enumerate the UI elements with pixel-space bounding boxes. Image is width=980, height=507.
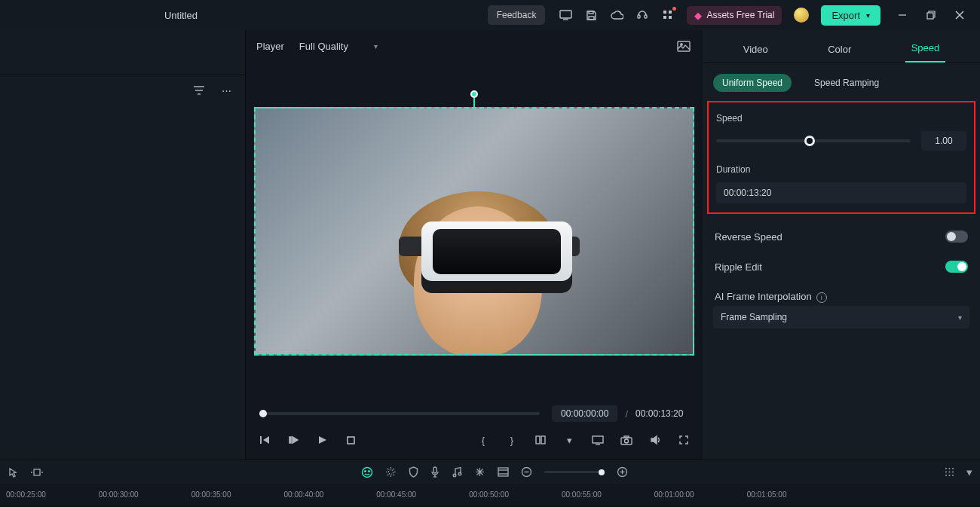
timeline-ruler[interactable]: 00:00:25:00 00:00:30:00 00:00:35:00 00:0…: [0, 484, 980, 505]
quality-value: Full Quality: [299, 41, 348, 52]
speed-slider-knob[interactable]: [804, 136, 815, 146]
svg-rect-17: [289, 437, 291, 443]
highlighted-speed-section: Speed 1.00 Duration 00:00:13:20: [707, 101, 975, 214]
tick-label: 00:00:45:00: [376, 490, 416, 499]
reverse-speed-toggle[interactable]: [945, 231, 968, 243]
player-panel: Player Full Quality ▾: [246, 30, 703, 460]
frame-tool-icon[interactable]: [498, 467, 509, 477]
highlight-tool-icon[interactable]: [474, 466, 485, 478]
speed-slider[interactable]: [716, 139, 911, 142]
zoom-in-button[interactable]: [617, 466, 628, 478]
speed-ramping-tab[interactable]: Speed Ramping: [805, 74, 888, 92]
screen-icon[interactable]: [590, 432, 606, 448]
timeline-right-tools: ▾: [945, 466, 972, 479]
apps-icon[interactable]: [658, 5, 678, 25]
zoom-slider[interactable]: [544, 471, 605, 473]
filter-icon[interactable]: [191, 82, 207, 99]
step-back-button[interactable]: [285, 432, 302, 448]
snapshot-icon[interactable]: [675, 38, 692, 54]
assets-trial-button[interactable]: ◆ Assets Free Trial: [687, 6, 782, 25]
scrub-track[interactable]: [261, 412, 540, 415]
crop-icon[interactable]: [532, 432, 549, 448]
media-toolrow: ⋯: [0, 75, 245, 105]
volume-icon[interactable]: [647, 432, 663, 448]
export-button[interactable]: Export ▾: [821, 5, 880, 26]
window-minimize-button[interactable]: [890, 4, 915, 26]
svg-rect-26: [34, 469, 40, 475]
expand-tool-icon[interactable]: [30, 468, 44, 477]
chevron-down-icon[interactable]: ▾: [966, 466, 972, 479]
gem-icon: ◆: [694, 10, 702, 21]
svg-point-49: [949, 475, 951, 476]
svg-rect-9: [669, 16, 672, 19]
svg-point-30: [388, 470, 393, 475]
window-close-button[interactable]: [947, 4, 972, 26]
pointer-tool-icon[interactable]: [8, 467, 18, 478]
chevron-down-icon[interactable]: ▾: [561, 432, 577, 448]
play-button[interactable]: [314, 432, 330, 448]
feedback-button[interactable]: Feedback: [488, 5, 546, 25]
svg-rect-8: [663, 16, 666, 19]
info-icon[interactable]: i: [816, 292, 827, 303]
time-separator: /: [625, 408, 628, 420]
transport-bar: 00:00:00:00 / 00:00:13:20: [246, 401, 703, 426]
quality-select[interactable]: Full Quality ▾: [295, 38, 382, 55]
tab-video[interactable]: Video: [737, 36, 774, 63]
speed-slider-row: 1.00: [716, 131, 966, 151]
ai-interpolation-select[interactable]: Frame Sampling ▾: [713, 306, 969, 328]
camera-icon[interactable]: [618, 432, 635, 448]
svg-rect-34: [498, 468, 508, 476]
uniform-speed-tab[interactable]: Uniform Speed: [713, 74, 792, 92]
sparkle-tool-icon[interactable]: [385, 466, 397, 478]
zoom-knob[interactable]: [599, 469, 605, 475]
preview-content: [256, 108, 693, 354]
svg-point-33: [458, 472, 461, 475]
main-area: ⋯ Player Full Quality ▾: [0, 30, 980, 460]
export-label: Export: [831, 10, 860, 21]
video-preview[interactable]: [254, 107, 694, 356]
support-icon[interactable]: [632, 5, 652, 25]
tab-color[interactable]: Color: [822, 36, 857, 63]
shield-tool-icon[interactable]: [409, 466, 418, 478]
anchor-handle-icon[interactable]: [470, 90, 478, 98]
svg-point-42: [945, 468, 947, 469]
mark-in-button[interactable]: {: [475, 432, 492, 448]
prev-frame-button[interactable]: [256, 432, 273, 448]
mark-out-button[interactable]: }: [504, 432, 520, 448]
svg-rect-4: [638, 15, 640, 18]
zoom-out-button[interactable]: [521, 466, 532, 478]
player-header: Player Full Quality ▾: [246, 30, 703, 62]
smiley-tool-icon[interactable]: [361, 466, 373, 478]
ai-interpolation-label: AI Frame Interpolationi: [715, 291, 827, 303]
speed-value[interactable]: 1.00: [921, 131, 966, 151]
music-tool-icon[interactable]: [452, 466, 462, 478]
duration-input[interactable]: 00:00:13:20: [716, 182, 966, 203]
profile-badge[interactable]: [794, 8, 809, 23]
inspector-panel: Video Color Speed Uniform Speed Speed Ra…: [703, 30, 980, 460]
svg-point-27: [362, 467, 372, 477]
mic-tool-icon[interactable]: [430, 466, 439, 478]
cloud-icon[interactable]: [607, 5, 626, 25]
preview-wrap: [246, 62, 703, 401]
save-icon[interactable]: [581, 5, 601, 25]
display-icon[interactable]: [556, 5, 575, 25]
svg-rect-0: [560, 11, 571, 18]
svg-point-29: [368, 470, 369, 472]
svg-point-28: [364, 470, 366, 472]
grid-view-icon[interactable]: [945, 467, 954, 477]
svg-rect-11: [927, 13, 933, 19]
chevron-down-icon: ▾: [958, 313, 962, 322]
tab-speed[interactable]: Speed: [905, 35, 946, 63]
window-maximize-button[interactable]: [918, 4, 944, 26]
ripple-edit-toggle[interactable]: [945, 261, 968, 273]
inspector-tabs: Video Color Speed: [703, 30, 980, 63]
reverse-speed-row: Reverse Speed: [703, 221, 980, 252]
fullscreen-icon[interactable]: [675, 432, 692, 448]
more-icon[interactable]: ⋯: [218, 82, 234, 99]
svg-point-15: [681, 43, 682, 44]
scrub-knob[interactable]: [259, 410, 267, 417]
svg-point-46: [949, 472, 951, 473]
svg-rect-6: [663, 11, 666, 14]
current-time: 00:00:00:00: [552, 405, 617, 422]
stop-button[interactable]: [342, 432, 359, 448]
